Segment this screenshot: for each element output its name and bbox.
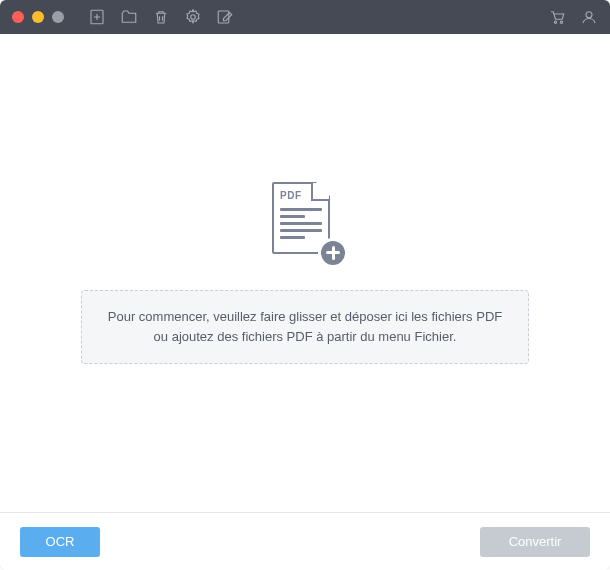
add-file-icon[interactable] xyxy=(88,8,106,26)
hint-box: Pour commencer, veuillez faire glisser e… xyxy=(81,290,529,364)
trash-icon[interactable] xyxy=(152,8,170,26)
window-minimize-button[interactable] xyxy=(32,11,44,23)
toolbar-left-icons xyxy=(88,8,234,26)
edit-icon[interactable] xyxy=(216,8,234,26)
titlebar xyxy=(0,0,610,34)
footer: OCR Convertir xyxy=(0,512,610,570)
window-close-button[interactable] xyxy=(12,11,24,23)
hint-line-2: ou ajoutez des fichiers PDF à partir du … xyxy=(154,329,457,344)
ocr-button[interactable]: OCR xyxy=(20,527,100,557)
pdf-label: PDF xyxy=(280,190,302,201)
svg-point-7 xyxy=(554,21,556,23)
hint-text: Pour commencer, veuillez faire glisser e… xyxy=(102,307,508,347)
convert-button[interactable]: Convertir xyxy=(480,527,590,557)
svg-point-5 xyxy=(191,15,196,20)
svg-point-9 xyxy=(586,12,592,18)
pdf-add-illustration: PDF xyxy=(272,182,338,262)
hint-line-1: Pour commencer, veuillez faire glisser e… xyxy=(108,309,502,324)
app-window: PDF Pour commencer, veuillez faire gliss… xyxy=(0,0,610,570)
cart-icon[interactable] xyxy=(548,8,566,26)
window-zoom-button[interactable] xyxy=(52,11,64,23)
toolbar-right-icons xyxy=(548,8,598,26)
plus-icon xyxy=(318,238,348,268)
main-content: PDF Pour commencer, veuillez faire gliss… xyxy=(0,34,610,512)
settings-gear-icon[interactable] xyxy=(184,8,202,26)
folder-icon[interactable] xyxy=(120,8,138,26)
dropzone[interactable]: PDF Pour commencer, veuillez faire gliss… xyxy=(81,182,529,364)
svg-point-8 xyxy=(560,21,562,23)
traffic-lights xyxy=(12,11,64,23)
account-icon[interactable] xyxy=(580,8,598,26)
